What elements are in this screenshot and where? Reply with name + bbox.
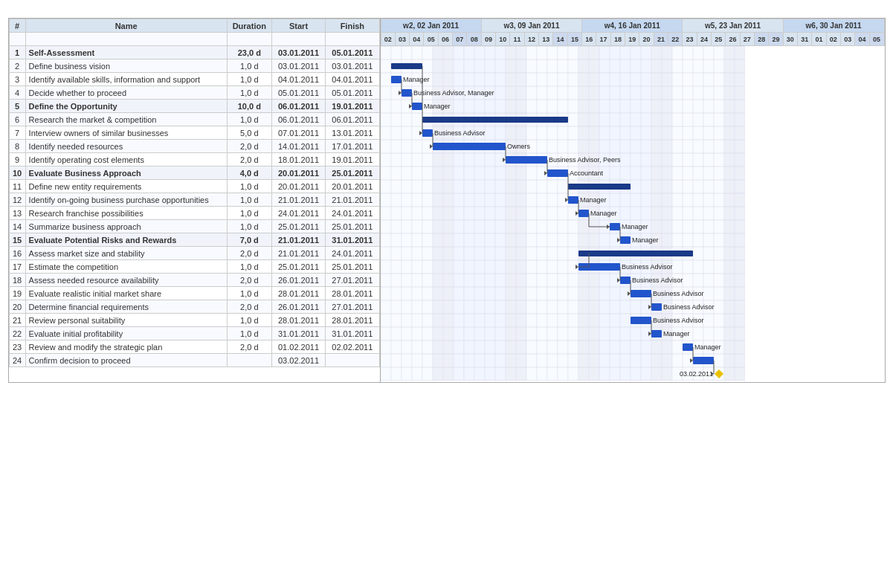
table-row: 15 Evaluate Potential Risks and Rewards … — [9, 233, 379, 247]
svg-rect-62 — [391, 76, 402, 83]
row-num: 4 — [9, 86, 25, 100]
table-row: 20 Determine financial requirements 2,0 … — [9, 300, 379, 314]
gantt-day-header: 02 — [826, 33, 840, 46]
gantt-day-header: 12 — [524, 33, 538, 46]
table-row: 7 Interview owners of similar businesses… — [9, 126, 379, 140]
svg-text:03.02.2011: 03.02.2011 — [679, 370, 712, 378]
svg-rect-34 — [735, 46, 745, 381]
row-finish: 21.01.2011 — [326, 193, 379, 207]
svg-rect-84 — [620, 236, 631, 244]
gantt-day-header: 20 — [639, 33, 654, 46]
row-dur: 1,0 d — [227, 73, 271, 86]
gantt-day-header: 04 — [410, 33, 424, 46]
row-num: 8 — [9, 140, 25, 153]
row-name: Self-Assessment — [25, 46, 227, 59]
row-num: 5 — [9, 100, 25, 113]
svg-text:Business Advisor: Business Advisor — [653, 290, 704, 297]
row-num: 1 — [9, 46, 25, 59]
row-dur: 10,0 d — [227, 100, 271, 113]
table-row: 2 Define business vision 1,0 d 03.01.201… — [9, 59, 379, 73]
svg-text:Business Advisor: Business Advisor — [632, 277, 683, 284]
row-finish: 28.01.2011 — [326, 314, 379, 327]
gantt-day-header: 14 — [553, 33, 567, 46]
row-name: Assess needed resource availability — [25, 274, 227, 287]
svg-rect-15 — [537, 46, 547, 381]
row-dur: 2,0 d — [227, 247, 271, 260]
gantt-day-header: 25 — [712, 33, 726, 46]
gantt-day-header: 28 — [755, 33, 769, 46]
row-dur: 2,0 d — [227, 140, 271, 153]
svg-rect-16 — [547, 46, 558, 381]
row-start: 04.01.2011 — [271, 73, 325, 86]
svg-rect-66 — [412, 103, 422, 110]
svg-rect-31 — [703, 46, 714, 381]
gantt-day-header: 18 — [610, 33, 625, 46]
row-name: Review personal suitability — [25, 314, 227, 327]
row-name: Evaluate Potential Risks and Rewards — [25, 233, 227, 247]
gantt-day-header: 04 — [855, 33, 869, 46]
row-start: 21.01.2011 — [271, 247, 325, 260]
row-name: Define new entity requirements — [25, 180, 227, 193]
row-finish: 25.01.2011 — [326, 167, 379, 180]
svg-rect-71 — [433, 143, 506, 150]
row-start: 06.01.2011 — [271, 113, 325, 126]
table-row: 8 Identify needed resources 2,0 d 14.01.… — [9, 140, 379, 153]
row-name: Review and modify the strategic plan — [25, 340, 227, 354]
gantt-day-header: 09 — [481, 33, 495, 46]
svg-text:Business Advisor: Business Advisor — [653, 317, 704, 324]
row-name: Confirm decision to proceed — [25, 354, 227, 367]
row-name: Identify on-going business purchase oppo… — [25, 193, 227, 207]
col-header-finish: Finish — [326, 19, 379, 33]
row-dur: 2,0 d — [227, 340, 271, 354]
row-finish: 05.01.2011 — [326, 46, 379, 59]
svg-rect-89 — [620, 277, 631, 284]
row-start: 18.01.2011 — [271, 153, 325, 167]
row-start: 20.01.2011 — [271, 180, 325, 193]
row-finish: 20.01.2011 — [326, 180, 379, 193]
row-dur: 1,0 d — [227, 207, 271, 220]
svg-rect-73 — [506, 156, 547, 164]
gantt-day-header: 03 — [395, 33, 409, 46]
row-name: Determine financial requirements — [25, 300, 227, 314]
svg-text:Owners: Owners — [507, 143, 531, 150]
table-row: 23 Review and modify the strategic plan … — [9, 340, 379, 354]
table-row: 19 Evaluate realistic initial market sha… — [9, 287, 379, 300]
row-start: 24.01.2011 — [271, 207, 325, 220]
row-finish: 03.01.2011 — [326, 59, 379, 73]
svg-text:Business Advisor: Business Advisor — [622, 263, 673, 271]
table-row: 5 Define the Opportunity 10,0 d 06.01.20… — [9, 100, 379, 113]
gantt-day-header: 05 — [869, 33, 884, 46]
row-finish: 24.01.2011 — [326, 247, 379, 260]
row-finish: 25.01.2011 — [326, 220, 379, 233]
table-row: 22 Evaluate initial profitability 1,0 d … — [9, 327, 379, 340]
row-finish: 17.01.2011 — [326, 140, 379, 153]
table-row: 18 Assess needed resource availability 2… — [9, 274, 379, 287]
table-row: 3 Identify available skills, information… — [9, 73, 379, 86]
gantt-day-header: 02 — [381, 33, 395, 46]
page-title — [0, 0, 893, 18]
row-name: Identify needed resources — [25, 140, 227, 153]
row-name: Define the Opportunity — [25, 100, 227, 113]
row-num: 2 — [9, 59, 25, 73]
row-start: 14.01.2011 — [271, 140, 325, 153]
row-name: Evaluate realistic initial market share — [25, 287, 227, 300]
row-num: 23 — [9, 340, 25, 354]
row-finish: 19.01.2011 — [326, 153, 379, 167]
table-row: 13 Research franchise possibilities 1,0 … — [9, 207, 379, 220]
svg-rect-97 — [651, 330, 662, 337]
row-dur: 1,0 d — [227, 220, 271, 233]
row-name: Summarize business approach — [25, 220, 227, 233]
table-row: 14 Summarize business approach 1,0 d 25.… — [9, 220, 379, 233]
svg-rect-99 — [683, 343, 693, 351]
svg-rect-78 — [568, 196, 578, 204]
svg-rect-69 — [422, 129, 433, 137]
svg-rect-12 — [506, 46, 516, 381]
gantt-week-header: w6, 30 Jan 2011 — [783, 19, 884, 33]
svg-text:Manager: Manager — [580, 196, 607, 204]
row-dur: 1,0 d — [227, 260, 271, 274]
row-dur: 1,0 d — [227, 113, 271, 126]
row-finish: 05.01.2011 — [326, 86, 379, 100]
main-container: # Name Duration Start Finish 1 Self-Asse… — [8, 18, 886, 383]
row-name: Estimate the competition — [25, 260, 227, 274]
row-start: 26.01.2011 — [271, 274, 325, 287]
